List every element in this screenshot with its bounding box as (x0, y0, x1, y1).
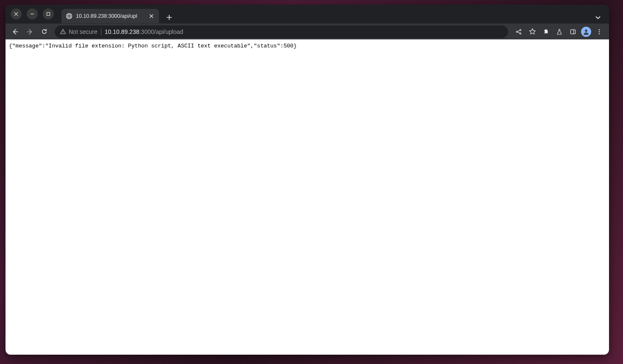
svg-rect-0 (47, 13, 50, 16)
extensions-button[interactable] (539, 25, 552, 38)
url-display: 10.10.89.238:3000/api/upload (105, 28, 183, 35)
url-host: 10.10.89.238 (105, 28, 140, 35)
person-icon (582, 28, 590, 36)
back-button[interactable] (9, 25, 22, 38)
tab-search-button[interactable] (592, 11, 604, 23)
browser-window: 10.10.89.238:3000/api/upl (6, 5, 609, 355)
plus-icon (166, 14, 172, 20)
desktop-background: 10.10.89.238:3000/api/upl (0, 0, 623, 364)
address-bar[interactable]: Not secure 10.10.89.238:3000/api/upload (55, 25, 508, 38)
profile-button[interactable] (581, 27, 591, 37)
bookmark-button[interactable] (526, 25, 539, 38)
page-viewport: {"message":"Invalid file extension: Pyth… (6, 39, 609, 355)
browser-tab-active[interactable]: 10.10.89.238:3000/api/upl (61, 9, 159, 23)
labs-button[interactable] (553, 25, 566, 38)
globe-icon (66, 13, 73, 19)
window-minimize-button[interactable] (27, 8, 38, 19)
security-label: Not secure (69, 28, 98, 35)
three-dots-icon (596, 28, 603, 35)
svg-point-9 (599, 29, 600, 30)
close-icon (14, 12, 18, 16)
window-close-button[interactable] (11, 8, 22, 19)
share-icon (515, 28, 522, 35)
svg-point-8 (585, 29, 587, 32)
svg-point-3 (63, 33, 64, 33)
close-icon (149, 14, 154, 18)
puzzle-icon (542, 28, 549, 35)
security-indicator[interactable]: Not secure (60, 28, 98, 35)
menu-button[interactable] (593, 25, 606, 38)
forward-button[interactable] (23, 25, 36, 38)
svg-point-4 (516, 31, 517, 32)
side-panel-button[interactable] (567, 25, 579, 38)
response-body: {"message":"Invalid file extension: Pyth… (9, 43, 606, 49)
maximize-icon (46, 12, 50, 16)
svg-point-10 (599, 31, 600, 32)
window-maximize-button[interactable] (43, 8, 54, 19)
tab-title: 10.10.89.238:3000/api/upl (76, 13, 145, 19)
svg-point-11 (599, 33, 600, 34)
svg-point-6 (520, 33, 521, 34)
new-tab-button[interactable] (163, 11, 175, 23)
tabstrip: 10.10.89.238:3000/api/upl (61, 5, 606, 23)
reload-icon (41, 28, 48, 35)
window-controls-group (11, 8, 54, 19)
panel-icon (570, 28, 576, 35)
share-button[interactable] (512, 25, 525, 38)
url-path: :3000/api/upload (139, 28, 183, 35)
toolbar-actions (512, 25, 606, 38)
tab-close-button[interactable] (148, 13, 155, 19)
svg-point-5 (520, 29, 521, 31)
titlebar: 10.10.89.238:3000/api/upl (6, 5, 609, 23)
warning-icon (60, 28, 66, 35)
arrow-right-icon (26, 28, 34, 36)
addressbar-divider (101, 28, 101, 35)
svg-rect-7 (570, 30, 575, 34)
star-icon (529, 28, 536, 35)
flask-icon (556, 28, 563, 35)
arrow-left-icon (11, 28, 19, 36)
reload-button[interactable] (38, 25, 50, 38)
minimize-icon (30, 12, 34, 16)
chevron-down-icon (595, 14, 601, 20)
toolbar: Not secure 10.10.89.238:3000/api/upload (6, 23, 609, 39)
